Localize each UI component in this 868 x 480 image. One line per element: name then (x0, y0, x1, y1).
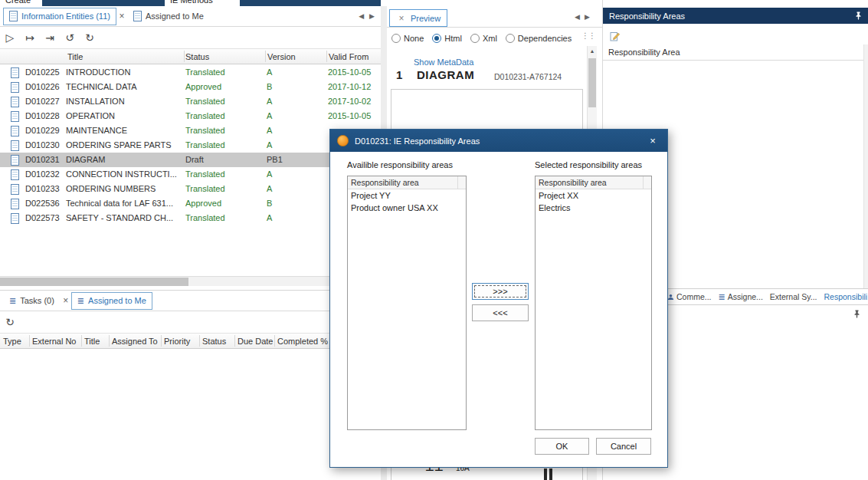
list-item[interactable]: Project XX (536, 189, 651, 202)
refresh-icon[interactable]: ↻ (4, 316, 16, 328)
table-row[interactable]: D010225 INTRODUCTION Translated A 2015-1… (0, 65, 381, 80)
table-row[interactable]: D010232 CONNECTION INSTRUCTI... Translat… (0, 167, 381, 182)
available-areas-listbox[interactable]: Responsibility area Project YY Product o… (347, 176, 467, 430)
tasks-tabstrip: ≣ Tasks (0) × ≣ Assigned to Me (0, 291, 381, 311)
nav-prev-icon[interactable]: ◀ (359, 12, 364, 20)
listbox-header[interactable]: Responsibility area (348, 176, 466, 189)
list-icon: ≣ (9, 296, 16, 306)
close-tab-icon[interactable]: × (61, 295, 71, 306)
radio-circle-icon (470, 34, 480, 43)
col-title[interactable]: Title (84, 337, 100, 346)
listbox-header[interactable]: Responsibility area (536, 176, 651, 189)
splitter-grip-icon[interactable]: ⋮⋮ (581, 31, 595, 40)
scrollbar-thumb[interactable] (0, 278, 188, 286)
row-version: B (267, 199, 272, 208)
tab-label: Comme... (676, 292, 712, 301)
table-row[interactable]: D010228 OPERATION Translated A 2015-10-0… (0, 109, 381, 123)
nav-prev-icon[interactable]: ◀ (575, 13, 580, 21)
pin-icon[interactable] (854, 12, 863, 20)
list-icon: ≣ (77, 296, 84, 306)
table-row-selected[interactable]: D010231 DIAGRAM Draft PB1 (0, 153, 381, 167)
row-status: Approved (185, 82, 221, 91)
list-icon: ≣ (719, 292, 726, 302)
show-metadata-link[interactable]: Show MetaData (414, 58, 473, 67)
tab-assigned-to-me-tasks[interactable]: ≣ Assigned to Me (71, 292, 152, 310)
radio-xml[interactable]: Xml (470, 34, 497, 43)
col-assigned-to[interactable]: Assigned To (112, 337, 158, 346)
heading-number: 1 (396, 68, 402, 81)
row-id: D010231 (25, 155, 60, 164)
tab-assigned[interactable]: ≣ Assigne... (719, 292, 763, 302)
move-left-button[interactable]: <<< (472, 304, 529, 321)
nav-next-icon[interactable]: ▶ (585, 13, 590, 21)
table-row[interactable]: D022573 SAFETY - STANDARD CH... Translat… (0, 211, 381, 225)
horizontal-scrollbar[interactable] (0, 276, 381, 286)
row-title: INTRODUCTION (66, 67, 130, 77)
right-panel-scrollbar[interactable] (863, 44, 868, 288)
col-version[interactable]: Version (267, 52, 296, 61)
col-completed[interactable]: Completed % (277, 337, 328, 346)
col-valid-from[interactable]: Valid From (329, 52, 368, 61)
col-title[interactable]: Title (67, 52, 83, 61)
list-item[interactable]: Product owner USA XX (348, 202, 466, 214)
move-right-button[interactable]: >>> (472, 283, 529, 300)
open-icon[interactable]: ▷ (4, 31, 16, 44)
col-external-no[interactable]: External No (32, 337, 76, 346)
row-valid-from: 2015-10-05 (328, 67, 371, 77)
document-icon (11, 111, 19, 122)
undo-icon[interactable]: ↺ (64, 31, 76, 44)
list-item[interactable]: Project YY (348, 189, 466, 202)
table-row[interactable]: D010229 MAINTENANCE Translated A (0, 123, 381, 138)
tab-preview[interactable]: × Preview (389, 9, 447, 27)
tab-label: Preview (411, 14, 441, 23)
table-row[interactable]: D010226 TECHNICAL DATA Approved B 2017-1… (0, 80, 381, 94)
row-version: PB1 (267, 155, 283, 164)
dialog-close-icon[interactable]: × (645, 135, 660, 146)
scrollbar-thumb[interactable] (588, 58, 596, 107)
tab-external-systems[interactable]: External Sy... (770, 292, 817, 301)
tab-responsibility[interactable]: Responsibili... (824, 292, 868, 301)
dialog-titlebar[interactable]: D010231: IE Responsibility Areas × (330, 130, 667, 152)
radio-html[interactable]: Html (432, 34, 462, 43)
radio-none[interactable]: None (391, 34, 424, 43)
col-status[interactable]: Status (202, 337, 226, 346)
column-divider (81, 335, 82, 347)
table-row[interactable]: D010233 ORDERING NUMBERS Translated A (0, 182, 381, 196)
row-title: ORDERING SPARE PARTS (66, 140, 172, 150)
tab-assigned-to-me[interactable]: Assigned to Me (127, 8, 210, 25)
row-title: TECHNICAL DATA (66, 82, 137, 91)
table-row[interactable]: D022536 Technical data for LAF 631... Ap… (0, 196, 381, 211)
table-row[interactable]: D010227 INSTALLATION Translated A 2017-1… (0, 94, 381, 109)
column-divider (265, 51, 266, 62)
tab-tasks[interactable]: ≣ Tasks (0) (3, 292, 61, 310)
close-tab-icon[interactable]: × (116, 11, 127, 21)
radio-dependencies[interactable]: Dependencies (506, 34, 572, 43)
refresh-icon[interactable]: ↻ (84, 31, 96, 44)
diagram-fragment-bar (544, 468, 547, 480)
row-version: A (267, 213, 272, 222)
grid-column-header[interactable]: Responsibility Area (608, 48, 680, 57)
col-type[interactable]: Type (3, 337, 21, 346)
tab-comments[interactable]: Comme... (667, 292, 712, 301)
col-due-date[interactable]: Due Date (237, 337, 273, 346)
edit-icon[interactable] (607, 28, 624, 44)
col-priority[interactable]: Priority (164, 337, 190, 346)
cancel-button[interactable]: Cancel (596, 438, 651, 455)
checkout-icon[interactable]: ↦ (24, 31, 36, 44)
tab-label: Assigned to Me (146, 12, 204, 21)
tab-information-entities[interactable]: Information Entities (11) (3, 8, 116, 25)
row-status: Translated (185, 213, 225, 222)
checkin-icon[interactable]: ⇥ (44, 31, 56, 44)
list-item[interactable]: Electrics (536, 202, 651, 214)
selected-areas-listbox[interactable]: Responsibility area Project XX Electrics (535, 176, 652, 430)
close-tab-icon[interactable]: × (396, 13, 407, 24)
table-row[interactable]: D010230 ORDERING SPARE PARTS Translated … (0, 138, 381, 153)
pin-icon[interactable] (853, 310, 861, 320)
nav-next-icon[interactable]: ▶ (369, 12, 375, 20)
tab-nav-arrows: ◀ ▶ (575, 13, 590, 21)
row-title: Technical data for LAF 631... (66, 199, 173, 208)
ok-button[interactable]: OK (535, 438, 589, 455)
col-status[interactable]: Status (185, 52, 209, 61)
column-divider (199, 335, 200, 347)
scroll-up-icon[interactable]: ▲ (588, 46, 597, 57)
